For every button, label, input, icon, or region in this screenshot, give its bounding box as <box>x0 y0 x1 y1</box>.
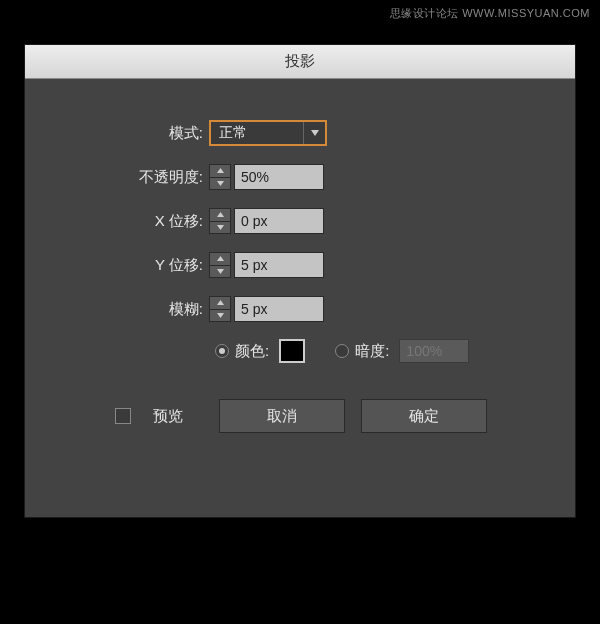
preview-checkbox[interactable] <box>115 408 131 424</box>
darkness-input: 100% <box>399 339 469 363</box>
opacity-input[interactable]: 50% <box>234 164 324 190</box>
y-offset-stepper[interactable] <box>209 252 231 278</box>
y-offset-row: Y 位移: 5 px <box>25 251 515 279</box>
opacity-row: 不透明度: 50% <box>25 163 515 191</box>
x-offset-row: X 位移: 0 px <box>25 207 515 235</box>
y-offset-input[interactable]: 5 px <box>234 252 324 278</box>
stepper-down-icon[interactable] <box>210 310 230 322</box>
color-swatch[interactable] <box>279 339 305 363</box>
drop-shadow-dialog: 投影 模式: 正常 不透明度: 50% X 位移: <box>24 44 576 518</box>
chevron-down-icon <box>303 122 325 144</box>
mode-row: 模式: 正常 <box>25 119 515 147</box>
darkness-radio[interactable] <box>335 344 349 358</box>
blur-stepper[interactable] <box>209 296 231 322</box>
dialog-titlebar: 投影 <box>25 45 575 79</box>
darkness-radio-label: 暗度: <box>355 342 389 361</box>
watermark-text: 思缘设计论坛 WWW.MISSYUAN.COM <box>390 6 590 21</box>
stepper-up-icon[interactable] <box>210 209 230 222</box>
blur-row: 模糊: 5 px <box>25 295 515 323</box>
mode-dropdown[interactable]: 正常 <box>209 120 327 146</box>
color-radio[interactable] <box>215 344 229 358</box>
x-offset-label: X 位移: <box>25 212 209 231</box>
blur-label: 模糊: <box>25 300 209 319</box>
cancel-button[interactable]: 取消 <box>219 399 345 433</box>
mode-dropdown-value: 正常 <box>211 124 303 142</box>
button-row: 预览 取消 确定 <box>25 399 515 433</box>
stepper-down-icon[interactable] <box>210 178 230 190</box>
stepper-down-icon[interactable] <box>210 222 230 234</box>
ok-button[interactable]: 确定 <box>361 399 487 433</box>
opacity-label: 不透明度: <box>25 168 209 187</box>
preview-label: 预览 <box>153 407 183 426</box>
dialog-content: 模式: 正常 不透明度: 50% X 位移: 0 px <box>25 79 575 453</box>
blur-input[interactable]: 5 px <box>234 296 324 322</box>
stepper-up-icon[interactable] <box>210 253 230 266</box>
color-darkness-row: 颜色: 暗度: 100% <box>25 339 515 363</box>
x-offset-stepper[interactable] <box>209 208 231 234</box>
y-offset-label: Y 位移: <box>25 256 209 275</box>
dialog-title: 投影 <box>285 52 315 71</box>
stepper-up-icon[interactable] <box>210 165 230 178</box>
stepper-down-icon[interactable] <box>210 266 230 278</box>
opacity-stepper[interactable] <box>209 164 231 190</box>
color-radio-label: 颜色: <box>235 342 269 361</box>
x-offset-input[interactable]: 0 px <box>234 208 324 234</box>
stepper-up-icon[interactable] <box>210 297 230 310</box>
mode-label: 模式: <box>25 124 209 143</box>
